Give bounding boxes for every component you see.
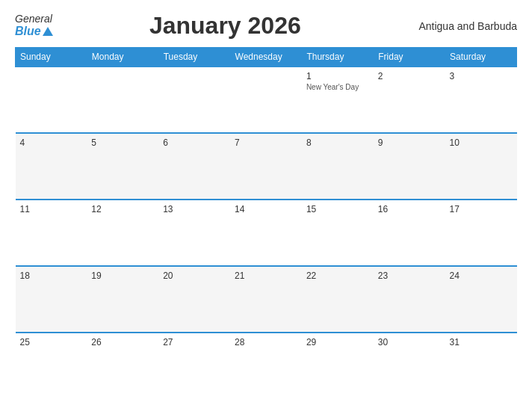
day-number: 8 bbox=[306, 137, 369, 148]
calendar-cell: 4 bbox=[16, 133, 87, 200]
day-number: 1 bbox=[306, 71, 369, 81]
calendar-cell: 20 bbox=[158, 266, 230, 333]
day-number: 21 bbox=[235, 271, 297, 281]
logo: General Blue bbox=[15, 13, 53, 38]
calendar-cell: 30 bbox=[374, 333, 445, 399]
calendar-cell: 12 bbox=[87, 200, 158, 266]
header-thursday: Thursday bbox=[302, 48, 374, 67]
calendar-week-row: 45678910 bbox=[16, 133, 517, 200]
day-number: 29 bbox=[306, 337, 369, 347]
calendar-cell: 1New Year's Day bbox=[302, 67, 374, 133]
day-number: 17 bbox=[450, 204, 513, 214]
day-number: 10 bbox=[450, 137, 513, 148]
calendar-cell: 24 bbox=[445, 266, 517, 333]
calendar-cell: 31 bbox=[445, 333, 517, 399]
logo-triangle-icon bbox=[43, 27, 53, 36]
header-wednesday: Wednesday bbox=[230, 48, 302, 67]
calendar-cell: 13 bbox=[158, 200, 230, 266]
logo-blue-text: Blue bbox=[15, 25, 41, 38]
calendar-cell: 14 bbox=[230, 200, 302, 266]
calendar-cell: 8 bbox=[302, 133, 374, 200]
calendar-cell: 9 bbox=[374, 133, 445, 200]
calendar-cell: 27 bbox=[158, 333, 230, 399]
country-name: Antigua and Barbuda bbox=[398, 20, 517, 32]
day-number: 5 bbox=[91, 137, 154, 148]
calendar-cell: 15 bbox=[302, 200, 374, 266]
weekday-header-row: Sunday Monday Tuesday Wednesday Thursday… bbox=[16, 48, 517, 67]
calendar-cell: 18 bbox=[16, 266, 87, 333]
header-tuesday: Tuesday bbox=[158, 48, 230, 67]
day-number: 11 bbox=[20, 204, 83, 214]
day-number: 27 bbox=[163, 337, 226, 347]
day-number: 13 bbox=[163, 204, 226, 214]
day-number: 24 bbox=[450, 271, 513, 281]
day-number: 9 bbox=[378, 137, 441, 148]
calendar-cell: 2 bbox=[374, 67, 445, 133]
day-number: 28 bbox=[235, 337, 297, 347]
calendar-table: Sunday Monday Tuesday Wednesday Thursday… bbox=[15, 47, 517, 399]
day-number: 14 bbox=[235, 204, 297, 214]
calendar-cell: 25 bbox=[16, 333, 87, 399]
calendar-cell: 22 bbox=[302, 266, 374, 333]
calendar-week-row: 25262728293031 bbox=[16, 333, 517, 399]
day-number: 2 bbox=[378, 71, 441, 81]
calendar-cell: 6 bbox=[158, 133, 230, 200]
calendar-week-row: 11121314151617 bbox=[16, 200, 517, 266]
calendar-cell: 5 bbox=[87, 133, 158, 200]
holiday-name: New Year's Day bbox=[306, 83, 369, 91]
calendar-cell bbox=[87, 67, 158, 133]
calendar-cell: 28 bbox=[230, 333, 302, 399]
calendar-cell: 26 bbox=[87, 333, 158, 399]
header-monday: Monday bbox=[87, 48, 158, 67]
day-number: 16 bbox=[378, 204, 441, 214]
calendar-cell bbox=[16, 67, 87, 133]
day-number: 7 bbox=[235, 137, 297, 148]
calendar-cell: 11 bbox=[16, 200, 87, 266]
day-number: 30 bbox=[378, 337, 441, 347]
calendar-cell: 10 bbox=[445, 133, 517, 200]
day-number: 23 bbox=[378, 271, 441, 281]
calendar-cell: 17 bbox=[445, 200, 517, 266]
calendar-cell: 3 bbox=[445, 67, 517, 133]
calendar-header: General Blue January 2026 Antigua and Ba… bbox=[15, 12, 517, 40]
day-number: 20 bbox=[163, 271, 226, 281]
header-friday: Friday bbox=[374, 48, 445, 67]
calendar-cell: 21 bbox=[230, 266, 302, 333]
day-number: 26 bbox=[91, 337, 154, 347]
day-number: 19 bbox=[91, 271, 154, 281]
day-number: 18 bbox=[20, 271, 83, 281]
day-number: 25 bbox=[20, 337, 83, 347]
header-sunday: Sunday bbox=[16, 48, 87, 67]
calendar-cell: 23 bbox=[374, 266, 445, 333]
day-number: 3 bbox=[450, 71, 513, 81]
logo-general-text: General bbox=[15, 13, 52, 25]
calendar-cell bbox=[230, 67, 302, 133]
day-number: 4 bbox=[20, 137, 83, 148]
calendar-page: General Blue January 2026 Antigua and Ba… bbox=[0, 0, 532, 411]
calendar-week-row: 1New Year's Day23 bbox=[16, 67, 517, 133]
calendar-cell: 19 bbox=[87, 266, 158, 333]
day-number: 22 bbox=[306, 271, 369, 281]
calendar-cell: 16 bbox=[374, 200, 445, 266]
day-number: 31 bbox=[450, 337, 513, 347]
header-saturday: Saturday bbox=[445, 48, 517, 67]
day-number: 12 bbox=[91, 204, 154, 214]
calendar-title: January 2026 bbox=[53, 12, 398, 40]
day-number: 15 bbox=[306, 204, 369, 214]
calendar-cell bbox=[158, 67, 230, 133]
calendar-cell: 7 bbox=[230, 133, 302, 200]
calendar-cell: 29 bbox=[302, 333, 374, 399]
day-number: 6 bbox=[163, 137, 226, 148]
calendar-week-row: 18192021222324 bbox=[16, 266, 517, 333]
